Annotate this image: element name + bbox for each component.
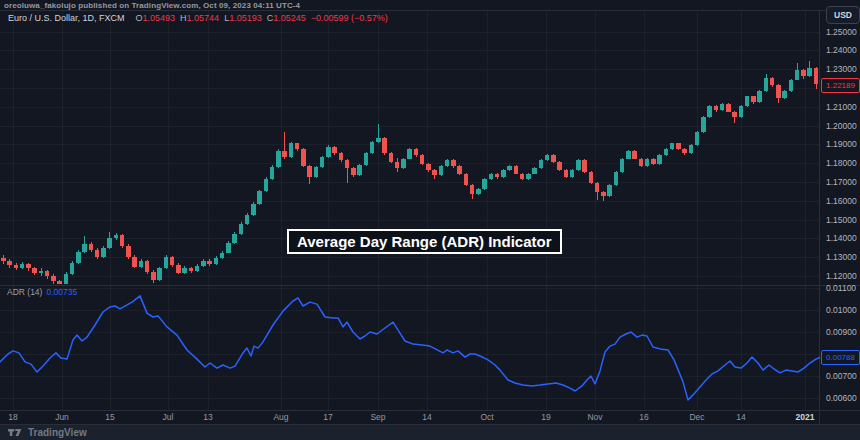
time-tick-label: 15 bbox=[90, 412, 130, 422]
price-tick-label: 1.23000 bbox=[826, 64, 857, 74]
symbol-title: Euro / U.S. Dollar, 1D, FXCM bbox=[8, 13, 125, 23]
chart-legend[interactable]: Euro / U.S. Dollar, 1D, FXCMO1.05493H1.0… bbox=[8, 13, 388, 23]
indicator-tick-label: 0.00600 bbox=[826, 393, 857, 403]
indicator-tick-label: 0.01000 bbox=[826, 305, 857, 315]
tradingview-logo-icon[interactable] bbox=[8, 427, 23, 438]
price-tick-label: 1.15000 bbox=[826, 215, 857, 225]
publish-info-text: oreoluwa_fakolujo published on TradingVi… bbox=[4, 1, 300, 10]
time-tick-label: 2021 bbox=[785, 412, 825, 422]
price-tick-label: 1.13000 bbox=[826, 252, 857, 262]
change-value: −0.00599 (−0.57%) bbox=[311, 13, 388, 23]
time-tick-label: 14 bbox=[721, 412, 761, 422]
time-tick-label: 13 bbox=[188, 412, 228, 422]
open-value: 1.05493 bbox=[143, 13, 176, 23]
time-tick-label: 19 bbox=[526, 412, 566, 422]
currency-toggle-button[interactable]: USD bbox=[826, 6, 860, 24]
last-price-badge: 1.22189 bbox=[821, 78, 860, 93]
indicator-last-value-badge: 0.00788 bbox=[821, 350, 860, 365]
indicator-legend[interactable]: ADR (14)0.00735 bbox=[7, 287, 77, 297]
tradingview-snapshot: oreoluwa_fakolujo published on TradingVi… bbox=[0, 0, 860, 440]
branding-bar: TradingView bbox=[0, 424, 860, 440]
time-tick-label: 14 bbox=[407, 412, 447, 422]
indicator-name: ADR (14) bbox=[7, 287, 42, 297]
price-chart-canvas[interactable] bbox=[0, 0, 860, 440]
price-tick-label: 1.25000 bbox=[826, 27, 857, 37]
open-label: O bbox=[136, 13, 143, 23]
time-tick-label: Aug bbox=[261, 412, 301, 422]
time-tick-label: Oct bbox=[467, 412, 507, 422]
price-tick-label: 1.24000 bbox=[826, 45, 857, 55]
indicator-tick-label: 0.01100 bbox=[826, 283, 856, 293]
close-value: 1.05245 bbox=[273, 13, 306, 23]
time-tick-label: Jun bbox=[42, 412, 82, 422]
tradingview-logo-text[interactable]: TradingView bbox=[28, 427, 87, 438]
price-tick-label: 1.20000 bbox=[826, 121, 857, 131]
time-tick-label: Jul bbox=[148, 412, 188, 422]
time-tick-label: Nov bbox=[575, 412, 615, 422]
price-tick-label: 1.18000 bbox=[826, 158, 857, 168]
time-tick-label: 17 bbox=[308, 412, 348, 422]
price-tick-label: 1.14000 bbox=[826, 233, 857, 243]
indicator-tick-label: 0.00700 bbox=[826, 371, 857, 381]
price-tick-label: 1.21000 bbox=[826, 102, 857, 112]
chart-annotation-box[interactable]: Average Day Range (ADR) Indicator bbox=[287, 229, 562, 254]
price-tick-label: 1.16000 bbox=[826, 196, 857, 206]
time-tick-label: Sep bbox=[358, 412, 398, 422]
price-tick-label: 1.19000 bbox=[826, 139, 857, 149]
publish-info-bar: oreoluwa_fakolujo published on TradingVi… bbox=[0, 0, 860, 10]
indicator-tick-label: 0.00900 bbox=[826, 327, 857, 337]
price-tick-label: 1.12000 bbox=[826, 271, 857, 281]
low-value: 1.05193 bbox=[229, 13, 262, 23]
high-value: 1.05744 bbox=[187, 13, 220, 23]
time-tick-label: 16 bbox=[624, 412, 664, 422]
time-tick-label: Dec bbox=[677, 412, 717, 422]
indicator-value: 0.00735 bbox=[46, 287, 77, 297]
price-tick-label: 1.17000 bbox=[826, 177, 857, 187]
time-tick-label: 18 bbox=[0, 412, 33, 422]
